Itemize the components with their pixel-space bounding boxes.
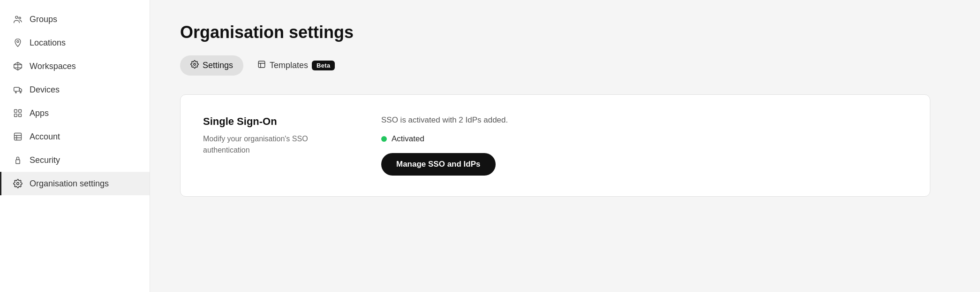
svg-point-7	[15, 92, 17, 93]
sidebar-item-devices-label: Devices	[30, 85, 60, 95]
beta-badge: Beta	[312, 61, 335, 70]
apps-icon	[13, 108, 23, 118]
svg-point-2	[17, 40, 19, 42]
tab-templates-label: Templates	[270, 61, 308, 70]
manage-sso-button[interactable]: Manage SSO and IdPs	[381, 153, 496, 176]
svg-rect-11	[15, 114, 17, 117]
svg-point-18	[17, 183, 19, 185]
sidebar-item-account-label: Account	[30, 132, 60, 142]
security-icon	[13, 155, 23, 165]
svg-rect-12	[19, 114, 22, 117]
sidebar-item-organisation-settings-label: Organisation settings	[30, 179, 109, 189]
tab-templates[interactable]: Templates Beta	[247, 55, 345, 76]
sidebar-item-organisation-settings[interactable]: Organisation settings	[0, 172, 150, 195]
groups-icon	[13, 14, 23, 24]
status-dot-activated	[381, 136, 387, 142]
sidebar-item-security[interactable]: Security	[0, 148, 150, 172]
svg-rect-20	[258, 61, 265, 68]
sidebar-item-groups-label: Groups	[30, 15, 57, 24]
card-description: Modify your organisation's SSO authentic…	[203, 133, 353, 156]
devices-icon	[13, 85, 23, 95]
main-content: Organisation settings Settings Templates	[150, 0, 980, 292]
sidebar-item-account[interactable]: Account	[0, 125, 150, 148]
card-left: Single Sign-On Modify your organisation'…	[203, 115, 353, 176]
tab-settings-label: Settings	[203, 61, 233, 70]
svg-rect-13	[15, 133, 22, 140]
sidebar-item-apps[interactable]: Apps	[0, 101, 150, 125]
svg-point-8	[20, 92, 22, 93]
svg-point-19	[194, 63, 196, 66]
svg-rect-6	[14, 87, 20, 91]
card-right: SSO is activated with 2 IdPs added. Acti…	[381, 115, 907, 176]
sidebar-item-security-label: Security	[30, 155, 60, 165]
sidebar: Groups Locations Workspaces	[0, 0, 150, 292]
status-row: Activated	[381, 134, 907, 144]
sidebar-item-locations-label: Locations	[30, 38, 66, 48]
svg-rect-9	[15, 110, 17, 113]
svg-point-1	[19, 17, 21, 19]
status-label: Activated	[392, 134, 424, 144]
sidebar-item-workspaces[interactable]: Workspaces	[0, 54, 150, 78]
org-settings-icon	[13, 178, 23, 189]
sidebar-item-apps-label: Apps	[30, 108, 49, 118]
sso-card: Single Sign-On Modify your organisation'…	[180, 94, 930, 197]
sidebar-item-devices[interactable]: Devices	[0, 78, 150, 101]
svg-rect-10	[19, 110, 22, 113]
sidebar-item-locations[interactable]: Locations	[0, 31, 150, 54]
svg-point-0	[15, 16, 18, 18]
workspaces-icon	[13, 61, 23, 71]
account-icon	[13, 131, 23, 142]
sidebar-item-workspaces-label: Workspaces	[30, 61, 76, 71]
templates-tab-icon	[257, 60, 266, 71]
tabs-bar: Settings Templates Beta	[180, 55, 950, 76]
sidebar-item-groups[interactable]: Groups	[0, 8, 150, 31]
tab-settings[interactable]: Settings	[180, 55, 243, 76]
card-title: Single Sign-On	[203, 115, 353, 128]
sso-info-text: SSO is activated with 2 IdPs added.	[381, 115, 907, 125]
svg-rect-17	[16, 160, 20, 163]
locations-icon	[13, 38, 23, 48]
settings-tab-icon	[190, 60, 199, 71]
page-title: Organisation settings	[180, 23, 950, 42]
